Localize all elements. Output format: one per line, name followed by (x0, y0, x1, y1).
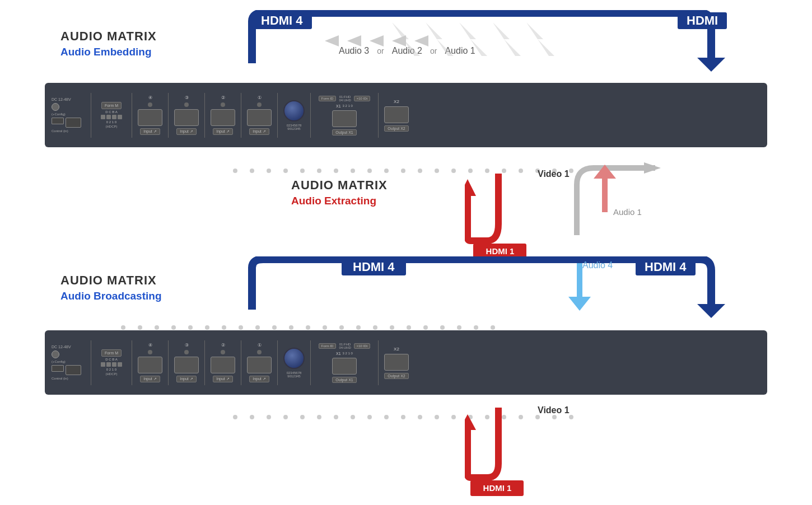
svg-point-17 (334, 169, 338, 173)
audio4-label: Audio 4 (582, 260, 613, 270)
svg-point-78 (502, 415, 506, 419)
svg-point-72 (401, 415, 405, 419)
svg-point-23 (435, 169, 439, 173)
svg-point-42 (171, 325, 176, 330)
svg-point-11 (233, 169, 237, 173)
svg-marker-2 (347, 35, 361, 46)
svg-point-58 (440, 325, 445, 330)
svg-point-74 (435, 415, 439, 419)
svg-point-76 (468, 415, 473, 419)
svg-point-65 (283, 415, 288, 419)
svg-point-14 (283, 169, 288, 173)
svg-point-62 (233, 415, 237, 419)
svg-text:HDMI 1: HDMI 1 (486, 246, 515, 256)
svg-marker-9 (493, 22, 521, 56)
svg-marker-4 (392, 35, 406, 46)
section1-matrix-label: AUDIO MATRIX Audio Embedding (60, 29, 157, 58)
svg-marker-0 (697, 58, 725, 72)
svg-point-27 (502, 169, 506, 173)
svg-point-57 (423, 325, 428, 330)
svg-marker-35 (644, 162, 661, 174)
svg-rect-84 (470, 480, 524, 496)
svg-point-66 (300, 415, 305, 419)
svg-point-51 (323, 325, 327, 330)
dot-grid-3 (224, 406, 588, 434)
svg-point-45 (222, 325, 226, 330)
svg-point-64 (267, 415, 271, 419)
svg-point-13 (267, 169, 271, 173)
svg-point-81 (552, 415, 557, 419)
svg-point-79 (519, 415, 523, 419)
svg-point-21 (401, 169, 405, 173)
svg-point-47 (255, 325, 260, 330)
svg-marker-32 (465, 179, 476, 196)
device-2: DC 12-48V (+Config) Control (in) Form M … (45, 330, 767, 395)
section2-matrix-label: AUDIO MATRIX Audio Extracting (291, 178, 388, 207)
svg-text:HDMI 1: HDMI 1 (483, 483, 512, 493)
svg-point-68 (334, 415, 338, 419)
svg-point-40 (138, 325, 142, 330)
svg-point-56 (407, 325, 411, 330)
section3-matrix-label: AUDIO MATRIX Audio Broadcasting (60, 273, 162, 302)
svg-marker-38 (568, 297, 591, 311)
svg-point-53 (356, 325, 361, 330)
svg-marker-3 (370, 35, 384, 46)
svg-point-52 (339, 325, 344, 330)
svg-point-59 (457, 325, 461, 330)
svg-marker-37 (697, 304, 725, 318)
svg-point-46 (239, 325, 243, 330)
audio1-extracting-label: Audio 1 (613, 207, 642, 217)
svg-point-60 (474, 325, 478, 330)
svg-point-16 (317, 169, 321, 173)
svg-point-19 (367, 169, 372, 173)
svg-point-49 (289, 325, 293, 330)
svg-point-67 (317, 415, 321, 419)
svg-point-12 (250, 169, 254, 173)
diagram-container: AUDIO MATRIX Audio Embedding HDMI 4 HDMI… (0, 0, 812, 505)
svg-point-54 (373, 325, 377, 330)
svg-marker-1 (325, 35, 339, 46)
svg-point-24 (451, 169, 456, 173)
broadcasting-bottom-arrow: HDMI 1 (465, 402, 577, 505)
svg-marker-10 (526, 22, 554, 56)
svg-point-82 (569, 415, 573, 419)
svg-point-80 (535, 415, 540, 419)
svg-point-50 (306, 325, 310, 330)
svg-point-28 (519, 169, 523, 173)
svg-point-48 (272, 325, 277, 330)
svg-point-22 (418, 169, 422, 173)
hdmi4-top-label: HDMI 4 (252, 12, 312, 29)
svg-point-71 (384, 415, 389, 419)
svg-point-44 (205, 325, 209, 330)
audio-or-labels: Audio 3 or Audio 2 or Audio 1 (339, 46, 475, 56)
hdmi4-broadcasting-top-label: HDMI 4 (342, 259, 406, 275)
hdmi-right-label: HDMI (678, 12, 727, 29)
svg-point-41 (155, 325, 159, 330)
svg-marker-5 (414, 35, 428, 46)
svg-point-75 (451, 415, 456, 419)
svg-marker-83 (465, 414, 476, 430)
svg-point-55 (390, 325, 394, 330)
hdmi4-broadcasting-right-label: HDMI 4 (636, 259, 696, 275)
svg-point-63 (250, 415, 254, 419)
extracting-audio-arrow (554, 162, 678, 241)
svg-point-77 (485, 415, 489, 419)
svg-point-43 (188, 325, 193, 330)
svg-point-31 (569, 169, 573, 173)
svg-point-26 (485, 169, 489, 173)
video1-label: Video 1 (538, 169, 570, 179)
svg-point-39 (121, 325, 125, 330)
svg-point-70 (367, 415, 372, 419)
svg-marker-36 (594, 165, 616, 179)
device-1: DC 12-48V (+Config) Control (in) Form M … (45, 83, 767, 147)
video1-bottom-label: Video 1 (538, 405, 570, 415)
dot-grid-1 (224, 160, 588, 188)
svg-point-73 (418, 415, 422, 419)
svg-point-69 (351, 415, 355, 419)
extracting-arrow-svg: HDMI 1 (465, 168, 622, 269)
svg-point-20 (384, 169, 389, 173)
svg-point-15 (300, 169, 305, 173)
svg-point-25 (468, 169, 473, 173)
svg-point-61 (491, 325, 495, 330)
svg-rect-33 (473, 244, 526, 259)
